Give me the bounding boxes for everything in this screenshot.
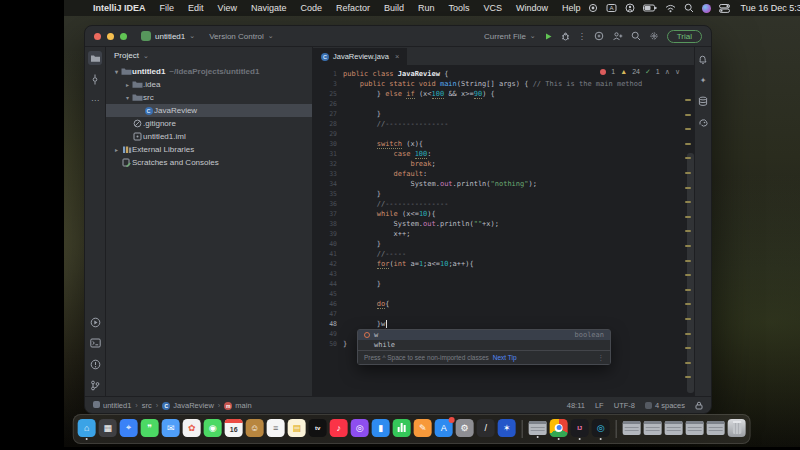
dock-item-contacts[interactable]: ☺ (246, 419, 264, 440)
database-tool-icon[interactable] (696, 94, 710, 108)
tree-item--idea[interactable]: ▸.idea (106, 78, 312, 91)
project-panel-header[interactable]: Project ⌄ (106, 47, 312, 64)
siri-icon[interactable] (702, 4, 711, 13)
completion-item-w[interactable]: wboolean (358, 330, 610, 340)
line-separator[interactable]: LF (595, 401, 604, 410)
warning-stripe-mark[interactable] (685, 289, 691, 291)
wifi-icon[interactable] (665, 4, 676, 13)
ai-assistant-icon[interactable] (594, 31, 604, 41)
code-line-33[interactable]: 33 default: (313, 169, 694, 179)
code-line-36[interactable]: 36 //--------------- (313, 199, 694, 209)
dock-item-launchpad[interactable]: ▦ (99, 419, 117, 440)
menu-item-run[interactable]: Run (411, 3, 442, 13)
breadcrumb-item-main[interactable]: mmain (224, 401, 251, 410)
run-configuration-selector[interactable]: Current File ⌄ (484, 32, 536, 41)
next-tip-link[interactable]: Next Tip (493, 353, 517, 363)
warning-stripe-mark[interactable] (685, 143, 691, 145)
code-line-29[interactable]: 29 (313, 129, 694, 139)
vcs-widget[interactable]: Version Control ⌄ (209, 32, 274, 41)
code-line-25[interactable]: 25 } else if (x<100 && x>=90) { (313, 89, 694, 99)
menu-item-tools[interactable]: Tools (442, 3, 477, 13)
menu-item-window[interactable]: Window (509, 3, 555, 13)
dock-item-chrome[interactable] (550, 419, 568, 440)
tree-item-src[interactable]: ▾src (106, 91, 312, 104)
warning-stripe-mark[interactable] (685, 362, 691, 364)
warning-stripe-mark[interactable] (685, 99, 691, 101)
menu-item-build[interactable]: Build (377, 3, 411, 13)
build-tool-icon[interactable] (696, 115, 710, 129)
warning-stripe-mark[interactable] (685, 333, 691, 335)
run-tool-icon[interactable] (88, 315, 102, 329)
popup-more-icon[interactable]: ⋮ (598, 353, 605, 363)
input-source-icon[interactable]: A (606, 3, 617, 13)
code-line-46[interactable]: 46 do{ (313, 299, 694, 309)
tree-item-untitled1-iml[interactable]: untitled1.iml (106, 130, 312, 143)
warning-stripe-mark[interactable] (685, 187, 691, 189)
notifications-bell-icon[interactable] (696, 52, 710, 66)
code-line-28[interactable]: 28 //--------------- (313, 119, 694, 129)
menu-item-refactor[interactable]: Refactor (329, 3, 377, 13)
dock-item-minimized-window-2[interactable] (644, 421, 662, 438)
warning-stripe-mark[interactable] (685, 201, 691, 203)
warning-stripe-mark[interactable] (685, 245, 691, 247)
zoom-window-button[interactable] (120, 33, 127, 40)
file-encoding[interactable]: UTF-8 (614, 401, 635, 410)
warning-stripe-mark[interactable] (685, 260, 691, 262)
code-with-me-icon[interactable] (612, 31, 623, 41)
warning-stripe-mark[interactable] (685, 114, 691, 116)
dock-item-pages[interactable]: ✎ (414, 419, 432, 440)
menu-item-vcs[interactable]: VCS (477, 3, 510, 13)
dock-item-trash[interactable] (728, 419, 746, 440)
dock-item-numbers[interactable] (393, 419, 411, 440)
breadcrumb-item-untitled1[interactable]: untitled1 (93, 401, 131, 410)
menu-item-view[interactable]: View (211, 3, 244, 13)
dock-item-minimized-window-4[interactable] (686, 421, 704, 438)
editor-scrollbar[interactable] (687, 153, 694, 393)
menu-item-intellij-idea[interactable]: IntelliJ IDEA (86, 3, 153, 13)
screen-record-icon[interactable] (588, 3, 598, 13)
dock-item-podcasts[interactable]: ◎ (351, 419, 369, 440)
dock-item-photos[interactable]: ✿ (183, 419, 201, 440)
code-line-37[interactable]: 37 while (x<=10){ (313, 209, 694, 219)
editor-tab[interactable]: C JavaReview.java × (313, 48, 407, 65)
dock-item-freeform[interactable]: ✶ (498, 419, 516, 440)
dock-item-facetime[interactable]: ◉ (204, 419, 222, 440)
tree-item-external-libraries[interactable]: ▸External Libraries (106, 143, 312, 156)
more-actions-button[interactable]: ⋮ (578, 32, 586, 41)
dock-item-calendar[interactable]: 16 (225, 419, 243, 440)
dock-item-intellij[interactable]: IJ (571, 419, 589, 440)
ai-chat-icon[interactable]: ✦ (696, 73, 710, 87)
close-tab-icon[interactable]: × (395, 52, 399, 61)
code-line-32[interactable]: 32 break; (313, 159, 694, 169)
code-line-35[interactable]: 35 } (313, 189, 694, 199)
problems-tool-icon[interactable] (88, 357, 102, 371)
dock-item-minimized-window-1[interactable] (623, 421, 641, 438)
dock-item-notes[interactable]: ▤ (288, 419, 306, 440)
minimize-window-button[interactable] (107, 33, 114, 40)
dock-item-recent-window[interactable] (529, 421, 547, 438)
dock-item-reminders[interactable]: ≡ (267, 419, 285, 440)
control-center-icon[interactable] (719, 4, 730, 13)
user-switch-icon[interactable] (625, 3, 635, 13)
chevron-right-icon[interactable]: ▸ (123, 81, 132, 88)
search-icon[interactable] (684, 3, 694, 13)
tree-item--gitignore[interactable]: .gitignore (106, 117, 312, 130)
settings-gear-icon[interactable] (649, 31, 659, 41)
code-line-34[interactable]: 34 System.out.println("nothing"); (313, 179, 694, 189)
project-tool-icon[interactable] (88, 51, 102, 65)
write-access-lock-icon[interactable] (695, 401, 703, 410)
code-line-40[interactable]: 40 } (313, 239, 694, 249)
terminal-tool-icon[interactable] (88, 336, 102, 350)
code-line-48[interactable]: 48 }w (313, 319, 694, 329)
chevron-down-icon[interactable]: ▾ (112, 68, 121, 75)
menu-item-code[interactable]: Code (293, 3, 329, 13)
search-everywhere-icon[interactable] (631, 31, 641, 41)
caret-position[interactable]: 48:11 (567, 401, 585, 410)
dock-item-minimized-window-5[interactable] (707, 421, 725, 438)
code-line-30[interactable]: 30 switch (x){ (313, 139, 694, 149)
warning-stripe-mark[interactable] (685, 274, 691, 276)
code-line-41[interactable]: 41 //----- (313, 249, 694, 259)
code-line-31[interactable]: 31 case 100: (313, 149, 694, 159)
code-line-38[interactable]: 38 System.out.println(""+x); (313, 219, 694, 229)
code-line-43[interactable]: 43 (313, 269, 694, 279)
